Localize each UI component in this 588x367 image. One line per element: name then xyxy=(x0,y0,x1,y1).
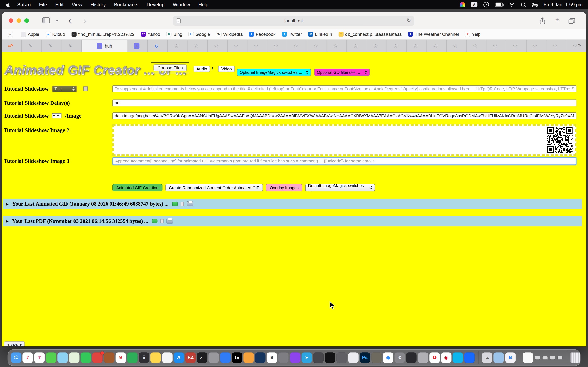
dock-app-icon[interactable] xyxy=(243,352,254,363)
default-imagemagick-select[interactable]: Default ImageMagick switches ... xyxy=(305,184,375,192)
dock-app-icon[interactable]: B xyxy=(267,352,277,363)
dock-app-icon[interactable]: ➤ xyxy=(302,352,312,363)
menu-item[interactable]: Develop xyxy=(147,2,164,8)
delay-input[interactable] xyxy=(112,100,576,106)
browser-tab[interactable]: ☆ xyxy=(407,40,427,52)
back-button[interactable]: ‹ xyxy=(68,14,71,27)
dock-app-icon[interactable] xyxy=(337,352,347,363)
result-banner[interactable]: ▶ Your Last PDF (November 03 2021 06:14:… xyxy=(3,216,582,226)
dock-app-icon[interactable]: A xyxy=(173,352,184,363)
dock-app-icon[interactable] xyxy=(150,352,161,363)
browser-tab[interactable]: ☆ xyxy=(307,40,327,52)
dock-app-icon[interactable]: 9 xyxy=(116,352,126,363)
menu-item[interactable]: View xyxy=(72,2,82,8)
browser-tab[interactable]: ☆ xyxy=(168,40,188,52)
control-center-icon[interactable] xyxy=(532,2,538,7)
dock-app-icon[interactable] xyxy=(478,351,479,364)
bookmark-item[interactable]: Y Yelp xyxy=(465,32,480,37)
browser-tab[interactable]: ☆ xyxy=(327,40,347,52)
bookmark-item[interactable]: ⠿ xyxy=(8,32,15,37)
dock-app-icon[interactable] xyxy=(220,352,231,363)
browser-tab[interactable]: ☆ xyxy=(247,40,268,52)
reload-button[interactable]: ↻ xyxy=(407,17,411,23)
randomized-gif-button[interactable]: Create Randomized Content Order Animated… xyxy=(165,184,263,192)
dock-app-icon[interactable] xyxy=(313,352,324,363)
doc-icon[interactable] xyxy=(181,202,184,206)
dock-app-icon[interactable]: ⠿ xyxy=(139,352,149,363)
bookmark-item[interactable]: t Twitter xyxy=(282,32,302,37)
bookmarks-overflow-icon[interactable]: » xyxy=(578,42,581,48)
choose-files-button[interactable]: Choose Files xyxy=(153,64,187,71)
dock-app-icon[interactable]: O xyxy=(429,352,440,363)
dock-app-icon[interactable] xyxy=(571,352,581,363)
browser-tab[interactable]: L xyxy=(128,40,148,52)
animated-gif-creation-button[interactable]: Animated GIF Creation xyxy=(112,184,162,192)
dock-app-icon[interactable]: Ps xyxy=(360,352,370,363)
browser-tab[interactable]: ☆ xyxy=(267,40,287,52)
menu-item[interactable]: Safari xyxy=(17,2,31,8)
sidebar-toggle-icon[interactable] xyxy=(43,17,50,23)
dock-app-icon[interactable] xyxy=(543,356,548,359)
dock-app-icon[interactable] xyxy=(519,351,519,364)
dock-app-icon[interactable] xyxy=(208,352,219,363)
dock-app-icon[interactable] xyxy=(92,352,103,363)
dock-app-icon[interactable]: ›_ xyxy=(197,352,207,363)
menu-item[interactable]: Edit xyxy=(55,2,63,8)
dock-app-icon[interactable]: ☺ xyxy=(11,352,21,363)
gif-chip-icon[interactable] xyxy=(172,202,178,206)
dock-app-icon[interactable]: ✻ xyxy=(34,352,44,363)
dock-app-icon[interactable]: ◉ xyxy=(441,352,451,363)
bookmark-item[interactable]: T The Weather Channel xyxy=(408,32,459,37)
dock-app-icon[interactable] xyxy=(290,352,300,363)
dock-app-icon[interactable]: ⚙ xyxy=(394,352,405,363)
dock-app-icon[interactable] xyxy=(104,352,114,363)
dock-app-icon[interactable] xyxy=(127,352,138,363)
browser-tab[interactable]: ☆ xyxy=(208,40,228,52)
color-swatch[interactable] xyxy=(83,86,88,91)
dock-app-icon[interactable] xyxy=(325,352,335,363)
browser-tab[interactable]: ☆ xyxy=(347,40,367,52)
bookmark-item[interactable]: ≡ db_connect.p...aaasaaafaas xyxy=(338,32,402,37)
doc-icon[interactable] xyxy=(160,219,164,223)
printer-icon[interactable] xyxy=(187,201,193,206)
video-button[interactable]: Video xyxy=(218,66,235,72)
bookmark-item[interactable]: in LinkedIn xyxy=(308,32,332,37)
dock-app-icon[interactable] xyxy=(535,356,540,359)
sidebar-chevron-icon[interactable] xyxy=(55,20,59,22)
browser-tab[interactable]: ☆ xyxy=(486,40,507,52)
browser-tab[interactable]: ☆ xyxy=(188,40,208,52)
browser-tab[interactable]: ✎ xyxy=(42,40,62,52)
menu-item[interactable]: File xyxy=(39,2,47,8)
fullscreen-window-button[interactable] xyxy=(24,18,29,23)
image3-comment-input[interactable] xyxy=(112,157,576,165)
dock-app-icon[interactable]: ♪ xyxy=(22,352,33,363)
dock-app-icon[interactable] xyxy=(406,352,416,363)
gd-filters-select[interactable]: Optional GD filters++ ... xyxy=(314,68,370,76)
bookmark-item[interactable]: • find_minus....rep+%22s%22 xyxy=(71,32,134,37)
bookmark-item[interactable]: f Facebook xyxy=(249,32,276,37)
dock-app-icon[interactable] xyxy=(348,352,358,363)
browser-tab[interactable]: ☆ xyxy=(427,40,447,52)
battery-icon[interactable] xyxy=(495,3,503,7)
disclosure-triangle-icon[interactable]: ▶ xyxy=(6,202,9,206)
tab-overview-button[interactable] xyxy=(568,18,575,24)
dock-app-icon[interactable]: ☁ xyxy=(482,352,492,363)
dock-app-icon[interactable] xyxy=(550,356,555,359)
bookmark-item[interactable]: Y! Yahoo xyxy=(141,32,160,37)
minimize-window-button[interactable] xyxy=(17,18,21,23)
dock-app-icon[interactable] xyxy=(418,352,428,363)
dock-app-icon[interactable] xyxy=(162,352,172,363)
title-config-input[interactable] xyxy=(112,85,576,92)
dock-app-icon[interactable] xyxy=(464,352,475,363)
browser-tab[interactable]: ☆ xyxy=(367,40,387,52)
browser-tab[interactable]: ☆ xyxy=(566,40,586,52)
title-select[interactable]: Title xyxy=(52,86,77,92)
bookmark-item[interactable]: Apple xyxy=(21,32,39,37)
dock-app-icon[interactable]: B xyxy=(505,352,516,363)
html-chip[interactable]: HTML xyxy=(52,113,61,118)
browser-tab[interactable]: ☆ xyxy=(467,40,486,52)
share-button[interactable] xyxy=(539,17,545,25)
printer-icon[interactable] xyxy=(166,219,173,224)
dock-app-icon[interactable] xyxy=(255,352,265,363)
browser-tab[interactable]: ✎ xyxy=(62,40,82,52)
